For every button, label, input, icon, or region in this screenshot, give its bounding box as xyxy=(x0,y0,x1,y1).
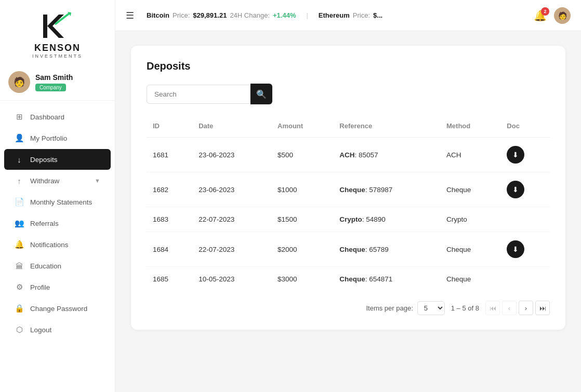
sidebar-item-education[interactable]: 🏛 Education xyxy=(4,255,111,276)
user-info: Sam Smith Company xyxy=(35,73,73,91)
logo-svg xyxy=(39,9,75,43)
notifications-button[interactable]: 🔔 2 xyxy=(534,9,547,22)
cell-date: 10-05-2023 xyxy=(192,267,271,292)
col-method: Method xyxy=(440,118,500,138)
change-password-icon: 🔒 xyxy=(15,304,24,313)
cell-date: 22-07-2023 xyxy=(192,207,271,232)
page-title: Deposits xyxy=(147,60,550,72)
table-row: 1681 23-06-2023 $500 ACH: 85057 ACH ⬇ xyxy=(147,138,550,172)
col-amount: Amount xyxy=(271,118,333,138)
cell-method: ACH xyxy=(440,138,500,172)
user-badge: Company xyxy=(35,84,66,91)
cell-reference: Cheque: 578987 xyxy=(333,172,440,207)
sidebar-item-label-withdraw: Withdraw xyxy=(30,177,59,185)
svg-marker-1 xyxy=(47,15,64,38)
col-date: Date xyxy=(192,118,271,138)
items-per-page-label: Items per page: xyxy=(366,304,413,312)
ticker-separator: | xyxy=(306,11,308,19)
education-icon: 🏛 xyxy=(15,261,24,271)
sidebar-item-label-logout: Logout xyxy=(30,326,51,334)
sidebar-item-profile[interactable]: ⚙ Profile xyxy=(4,277,111,298)
cell-id: 1682 xyxy=(147,172,192,207)
items-per-page-container: Items per page: 5102550 xyxy=(366,301,444,315)
nav-list: ⊞ Dashboard 👤 My Portfolio ↓ Deposits ↑ … xyxy=(0,101,115,392)
sidebar-item-monthly-statements[interactable]: 📄 Monthly Statements xyxy=(4,192,111,212)
first-page-button[interactable]: ⏮ xyxy=(485,301,500,315)
logo-text: KENSON xyxy=(34,43,81,52)
page-info: 1 – 5 of 8 xyxy=(451,304,479,312)
table-row: 1683 22-07-2023 $1500 Crypto: 54890 Cryp… xyxy=(147,207,550,232)
sidebar-item-my-portfolio[interactable]: 👤 My Portfolio xyxy=(4,128,111,148)
search-input[interactable] xyxy=(147,85,250,104)
withdraw-icon: ↑ xyxy=(15,176,24,185)
chevron-icon: ▼ xyxy=(95,178,100,184)
download-button[interactable]: ⬇ xyxy=(507,240,524,258)
sidebar: KENSON INVESTMENTS 🧑 Sam Smith Company ⊞… xyxy=(0,0,115,392)
content-area: Deposits 🔍 IDDateAmountReferenceMethodDo… xyxy=(115,31,581,392)
sidebar-item-notifications[interactable]: 🔔 Notifications xyxy=(4,234,111,255)
sidebar-item-dashboard[interactable]: ⊞ Dashboard xyxy=(4,106,111,127)
notification-badge: 2 xyxy=(541,7,549,16)
sidebar-item-change-password[interactable]: 🔒 Change Password xyxy=(4,298,111,319)
cell-id: 1683 xyxy=(147,207,192,232)
cell-doc xyxy=(500,207,550,232)
sidebar-item-referrals[interactable]: 👥 Referrals xyxy=(4,213,111,234)
next-page-button[interactable]: › xyxy=(519,301,533,315)
ticker-name-1: Ethereum xyxy=(319,11,350,19)
cell-date: 22-07-2023 xyxy=(192,232,271,267)
cell-date: 23-06-2023 xyxy=(192,172,271,207)
logout-icon: ⬡ xyxy=(15,325,24,334)
cell-method: Cheque xyxy=(440,172,500,207)
deposits-card: Deposits 🔍 IDDateAmountReferenceMethodDo… xyxy=(131,46,565,330)
sidebar-item-label-referrals: Referrals xyxy=(30,220,59,227)
download-button[interactable]: ⬇ xyxy=(507,146,524,164)
sidebar-item-deposits[interactable]: ↓ Deposits xyxy=(4,149,111,170)
ticker-bar: Bitcoin Price: $29,891.21 24H Change: +1… xyxy=(147,11,525,19)
deposits-icon: ↓ xyxy=(15,155,24,164)
col-id: ID xyxy=(147,118,192,138)
cell-method: Crypto xyxy=(440,207,500,232)
ticker-ethereum: Ethereum Price: $... xyxy=(319,11,382,19)
profile-icon: ⚙ xyxy=(15,282,24,292)
sidebar-item-label-change-password: Change Password xyxy=(30,305,87,313)
sidebar-item-label-notifications: Notifications xyxy=(30,241,69,249)
sidebar-item-label-monthly-statements: Monthly Statements xyxy=(30,198,92,206)
hamburger-icon[interactable]: ☰ xyxy=(126,10,134,21)
sidebar-item-logout[interactable]: ⬡ Logout xyxy=(4,319,111,340)
search-button[interactable]: 🔍 xyxy=(250,84,272,104)
col-reference: Reference xyxy=(333,118,440,138)
user-section: 🧑 Sam Smith Company xyxy=(0,64,115,101)
items-per-page-select[interactable]: 5102550 xyxy=(417,301,445,315)
user-avatar-topbar[interactable]: 🧑 xyxy=(554,7,571,24)
pagination-buttons: ⏮ ‹ › ⏭ xyxy=(485,301,550,315)
table-row: 1684 22-07-2023 $2000 Cheque: 65789 Cheq… xyxy=(147,232,550,267)
search-icon: 🔍 xyxy=(256,89,267,99)
monthly-statements-icon: 📄 xyxy=(15,197,24,207)
cell-id: 1681 xyxy=(147,138,192,172)
referrals-icon: 👥 xyxy=(15,219,24,228)
prev-page-button[interactable]: ‹ xyxy=(502,301,517,315)
cell-doc: ⬇ xyxy=(500,172,550,207)
cell-doc: ⬇ xyxy=(500,232,550,267)
cell-reference: Crypto: 54890 xyxy=(333,207,440,232)
dashboard-icon: ⊞ xyxy=(15,112,24,121)
cell-method: Cheque xyxy=(440,267,500,292)
deposits-table: IDDateAmountReferenceMethodDoc 1681 23-0… xyxy=(147,118,550,291)
sidebar-item-label-my-portfolio: My Portfolio xyxy=(30,134,67,142)
sidebar-item-label-education: Education xyxy=(30,262,61,270)
cell-doc xyxy=(500,267,550,292)
col-doc: Doc xyxy=(500,118,550,138)
cell-amount: $3000 xyxy=(271,267,333,292)
last-page-button[interactable]: ⏭ xyxy=(535,301,550,315)
sidebar-item-label-profile: Profile xyxy=(30,283,50,291)
topbar: ☰ Bitcoin Price: $29,891.21 24H Change: … xyxy=(115,0,581,31)
cell-amount: $1500 xyxy=(271,207,333,232)
download-button[interactable]: ⬇ xyxy=(507,181,524,198)
pagination-row: Items per page: 5102550 1 – 5 of 8 ⏮ ‹ ›… xyxy=(147,301,550,315)
cell-doc: ⬇ xyxy=(500,138,550,172)
sidebar-item-withdraw[interactable]: ↑ Withdraw ▼ xyxy=(4,170,111,191)
logo-container: KENSON INVESTMENTS xyxy=(0,0,115,64)
cell-amount: $500 xyxy=(271,138,333,172)
cell-amount: $2000 xyxy=(271,232,333,267)
sidebar-item-label-dashboard: Dashboard xyxy=(30,113,64,121)
